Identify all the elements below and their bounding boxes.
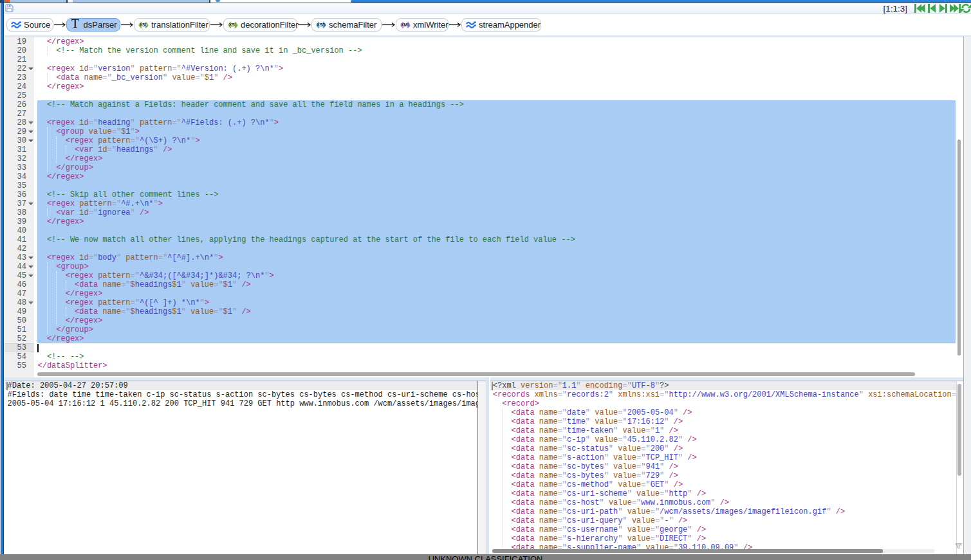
svg-text:XSD: XSD <box>317 23 326 27</box>
svg-text:XSL: XSL <box>140 23 148 27</box>
svg-text:XSL: XSL <box>229 23 237 27</box>
svg-text:XML: XML <box>401 23 410 27</box>
